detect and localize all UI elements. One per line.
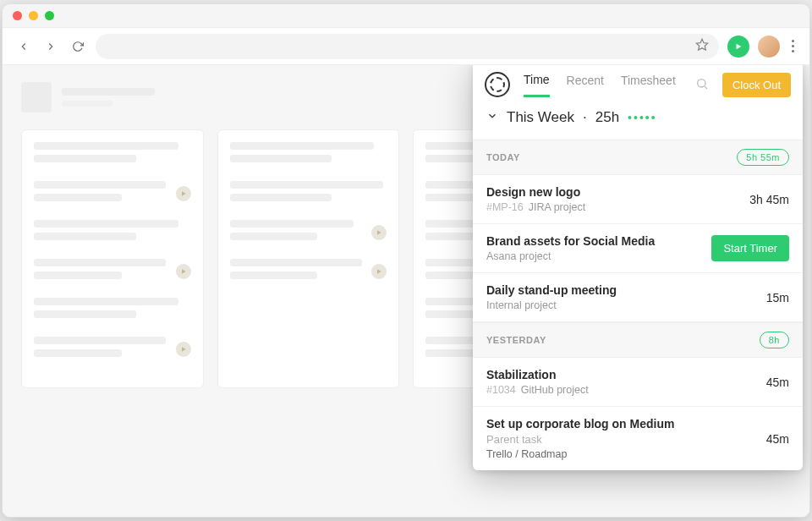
entry-title: Design new logo	[486, 185, 585, 199]
time-entry[interactable]: Design new logo #MP-16JIRA project 3h 45…	[473, 175, 803, 224]
entry-subtitle: Asana project	[486, 250, 655, 262]
play-icon[interactable]	[176, 342, 191, 357]
entry-title: Brand assets for Social Media	[486, 234, 655, 248]
timer-extension-panel: Time Recent Timesheet Clock Out This Wee…	[473, 65, 803, 470]
play-icon[interactable]	[176, 186, 191, 201]
entry-subtitle: Trello / Roadmap	[486, 448, 674, 460]
chevron-down-icon	[486, 109, 498, 126]
svg-marker-4	[182, 347, 186, 351]
tab-timesheet[interactable]: Timesheet	[621, 74, 676, 96]
board-column	[21, 129, 204, 388]
svg-marker-3	[182, 269, 186, 273]
section-title: YESTERDAY	[486, 335, 546, 345]
entry-parent: Parent task	[486, 433, 674, 446]
week-hours: 25h	[595, 109, 619, 126]
forward-button[interactable]	[41, 37, 60, 56]
page-content: Time Recent Timesheet Clock Out This Wee…	[3, 65, 809, 517]
window-minimize[interactable]	[29, 11, 38, 20]
start-timer-button[interactable]: Start Timer	[711, 235, 789, 261]
url-bar[interactable]	[96, 34, 719, 59]
activity-dots: •••••	[628, 111, 657, 124]
play-icon[interactable]	[176, 264, 191, 279]
time-entry[interactable]: Stabilization #1034GitHub project 45m	[473, 358, 803, 407]
entry-subtitle: #MP-16JIRA project	[486, 201, 585, 213]
entry-title: Daily stand-up meeting	[486, 283, 617, 297]
window-close[interactable]	[13, 11, 22, 20]
entry-subtitle: #1034GitHub project	[486, 384, 589, 396]
browser-toolbar	[3, 28, 809, 65]
profile-avatar[interactable]	[758, 36, 780, 58]
svg-marker-2	[182, 191, 186, 195]
app-logo-icon	[485, 72, 510, 97]
section-title: TODAY	[486, 152, 520, 162]
board-column	[217, 129, 400, 388]
play-icon[interactable]	[371, 225, 387, 240]
week-label: This Week	[507, 109, 574, 126]
svg-marker-1	[737, 43, 742, 49]
entry-title: Stabilization	[486, 368, 589, 381]
browser-window: Time Recent Timesheet Clock Out This Wee…	[2, 3, 810, 518]
tab-recent[interactable]: Recent	[567, 74, 604, 96]
time-entry[interactable]: Daily stand-up meeting Internal project …	[473, 273, 803, 322]
svg-marker-0	[696, 39, 707, 50]
svg-marker-5	[377, 230, 381, 234]
time-entry[interactable]: Set up corporate blog on Medium Parent t…	[473, 407, 803, 470]
window-maximize[interactable]	[45, 11, 54, 20]
entry-ref: #1034	[486, 384, 516, 396]
section-duration-badge: 8h	[760, 332, 789, 348]
browser-menu-icon[interactable]	[788, 36, 798, 56]
entry-title: Set up corporate blog on Medium	[486, 417, 674, 431]
back-button[interactable]	[14, 37, 33, 56]
entry-time: 45m	[766, 432, 789, 446]
window-titlebar	[3, 4, 809, 28]
panel-tabs: Time Recent Timesheet	[524, 73, 682, 97]
section-duration-badge: 5h 55m	[737, 149, 789, 166]
section-header-today: TODAY 5h 55m	[473, 140, 803, 175]
svg-marker-6	[377, 269, 381, 273]
entry-time: 3h 45m	[749, 193, 789, 206]
reload-button[interactable]	[69, 37, 87, 56]
clock-out-button[interactable]: Clock Out	[722, 73, 791, 97]
entry-ref: #MP-16	[486, 201, 524, 213]
panel-header: Time Recent Timesheet Clock Out	[473, 65, 803, 97]
section-header-yesterday: YESTERDAY 8h	[473, 322, 803, 358]
svg-point-7	[698, 79, 705, 86]
bookmark-icon[interactable]	[695, 38, 709, 55]
entry-time: 15m	[766, 291, 789, 304]
play-icon[interactable]	[371, 264, 387, 279]
extension-play-icon[interactable]	[727, 36, 749, 58]
entry-time: 45m	[766, 376, 789, 389]
week-summary[interactable]: This Week · 25h •••••	[473, 97, 803, 140]
entry-subtitle: Internal project	[486, 299, 617, 311]
search-icon[interactable]	[695, 77, 709, 93]
svg-line-8	[705, 86, 707, 89]
time-entry[interactable]: Brand assets for Social Media Asana proj…	[473, 224, 803, 273]
tab-time[interactable]: Time	[524, 73, 550, 97]
